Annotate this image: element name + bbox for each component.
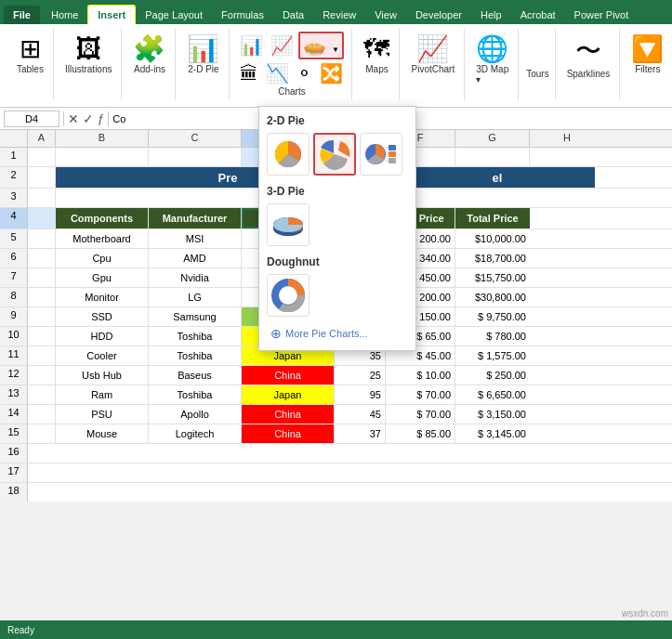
cell-country-china3[interactable]: China xyxy=(242,424,335,443)
cell-manufacturer[interactable]: Baseus xyxy=(149,366,242,385)
cell-totalprice[interactable]: $ 3,145.00 xyxy=(455,424,530,443)
combo-chart-button[interactable]: 🔀 xyxy=(317,61,346,85)
sparklines-button[interactable]: 〜 Sparklines xyxy=(563,32,614,81)
cell-a[interactable] xyxy=(28,327,56,346)
3dmap-button[interactable]: 🌐 3D Map ▾ xyxy=(472,32,512,86)
cell-rest[interactable] xyxy=(28,444,672,463)
cell-country-china[interactable]: China xyxy=(242,366,335,385)
cell-unitprice[interactable]: $ 70.00 xyxy=(386,405,455,424)
cell-manufacturer[interactable]: LG xyxy=(149,288,242,306)
cell-totalprice[interactable]: $30,800.00 xyxy=(455,288,530,306)
cell-a[interactable] xyxy=(28,405,56,424)
cell-component[interactable]: SSD xyxy=(56,307,149,326)
cell-h1[interactable] xyxy=(530,148,604,166)
tab-powerpivot[interactable]: Power Pivot xyxy=(565,6,639,24)
doughnut-option-1[interactable] xyxy=(267,274,310,317)
cell-a1[interactable] xyxy=(28,148,56,166)
more-pie-charts-button[interactable]: ⊕ More Pie Charts... xyxy=(267,324,408,343)
pie-3d-option-1[interactable] xyxy=(267,203,310,246)
maps-button[interactable]: 🗺 Maps xyxy=(360,32,393,76)
cell-reference-input[interactable] xyxy=(4,111,59,127)
col-header-g[interactable]: G xyxy=(455,130,530,147)
cell-a[interactable] xyxy=(28,229,56,248)
pie-2d-option-2[interactable] xyxy=(313,133,356,176)
cell-country-china2[interactable]: China xyxy=(242,405,335,424)
pivotchart-button[interactable]: 📈 PivotChart xyxy=(407,32,458,76)
filters-button[interactable]: 🔽 Filters xyxy=(627,32,667,76)
cell-manufacturer[interactable]: Toshiba xyxy=(149,385,242,404)
cell-a[interactable] xyxy=(28,268,56,287)
cell-totalprice[interactable]: $ 1,575.00 xyxy=(455,346,530,365)
cell-component[interactable]: Gpu xyxy=(56,268,149,287)
cell-component[interactable]: Cpu xyxy=(56,249,149,267)
cell-a4[interactable] xyxy=(28,208,56,228)
cell-component[interactable]: HDD xyxy=(56,327,149,346)
col-header-a[interactable]: A xyxy=(28,130,56,147)
bar-chart-button[interactable]: 📊 xyxy=(237,33,266,58)
cell-a[interactable] xyxy=(28,288,56,306)
dropdown-arrow[interactable]: ▼ xyxy=(332,46,339,54)
tab-review[interactable]: Review xyxy=(313,6,365,24)
cell-unitprice[interactable]: $ 85.00 xyxy=(386,424,455,443)
cell-c1[interactable] xyxy=(149,148,242,166)
cell-totalprice[interactable]: $15,750.00 xyxy=(455,268,530,287)
cell-component[interactable]: Usb Hub xyxy=(56,366,149,385)
tables-button[interactable]: ⊞ Tables xyxy=(13,32,47,76)
cell-unitprice[interactable]: $ 10.00 xyxy=(386,366,455,385)
illustrations-button[interactable]: 🖼 Illustrations xyxy=(61,32,116,76)
cell-a[interactable] xyxy=(28,249,56,267)
cell-a[interactable] xyxy=(28,346,56,365)
cell-manufacturer[interactable]: Toshiba xyxy=(149,346,242,365)
cell-totalprice[interactable]: $ 780.00 xyxy=(455,327,530,346)
cell-component[interactable]: PSU xyxy=(56,405,149,424)
pie-chart-button[interactable]: 🥧 ▼ xyxy=(298,32,343,59)
col-header-h[interactable]: H xyxy=(530,130,604,147)
cell-qty[interactable]: 25 xyxy=(335,366,386,385)
cell-manufacturer[interactable]: Samsung xyxy=(149,307,242,326)
cell-manufacturer[interactable]: Nvidia xyxy=(149,268,242,287)
tab-developer[interactable]: Developer xyxy=(406,6,471,24)
cell-a[interactable] xyxy=(28,366,56,385)
cell-rest[interactable] xyxy=(28,483,672,502)
cell-unitprice[interactable]: $ 70.00 xyxy=(386,385,455,404)
cell-manufacturer[interactable]: MSI xyxy=(149,229,242,248)
tab-file[interactable]: File xyxy=(4,6,40,24)
cell-a[interactable] xyxy=(28,307,56,326)
tab-home[interactable]: Home xyxy=(42,6,87,24)
tab-acrobat[interactable]: Acrobat xyxy=(511,6,565,24)
cell-manufacturer[interactable]: AMD xyxy=(149,249,242,267)
cell-a2[interactable] xyxy=(28,167,56,188)
recommended-charts-button[interactable]: 📊 2-D Pie xyxy=(183,32,223,77)
cell-rest[interactable] xyxy=(28,463,672,482)
tab-insert[interactable]: Insert xyxy=(87,5,136,24)
col-header-b[interactable]: B xyxy=(56,130,149,147)
cell-qty[interactable]: 95 xyxy=(335,385,386,404)
cell-component[interactable]: Ram xyxy=(56,385,149,404)
cell-country-japan3[interactable]: Japan xyxy=(242,385,335,404)
cell-manufacturer[interactable]: Logitech xyxy=(149,424,242,443)
confirm-formula-icon[interactable]: ✓ xyxy=(83,111,94,126)
line-chart-button[interactable]: 📈 xyxy=(268,33,296,58)
cell-totalprice[interactable]: $18,700.00 xyxy=(455,249,530,267)
cell-manufacturer[interactable]: Apollo xyxy=(149,405,242,424)
cell-totalprice[interactable]: $10,000.00 xyxy=(455,229,530,248)
tab-view[interactable]: View xyxy=(365,6,406,24)
cell-qty[interactable]: 45 xyxy=(335,405,386,424)
tab-pagelayout[interactable]: Page Layout xyxy=(136,6,212,24)
cell-totalprice[interactable]: $ 250.00 xyxy=(455,366,530,385)
cell-component-cooler[interactable]: Cooler xyxy=(56,346,149,365)
cell-totalprice[interactable]: $ 9,750.00 xyxy=(455,307,530,326)
addins-button[interactable]: 🧩 Add-ins xyxy=(129,32,169,76)
tab-formulas[interactable]: Formulas xyxy=(212,6,273,24)
cell-totalprice[interactable]: $ 6,650.00 xyxy=(455,385,530,404)
hierarchy-chart-button[interactable]: 🏛 xyxy=(237,62,261,85)
pie-2d-option-3[interactable] xyxy=(360,133,402,176)
tab-data[interactable]: Data xyxy=(273,6,313,24)
cell-component[interactable]: Monitor xyxy=(56,288,149,306)
cell-a3[interactable] xyxy=(28,189,56,207)
cell-b1[interactable] xyxy=(56,148,149,166)
cell-qty[interactable]: 37 xyxy=(335,424,386,443)
cell-totalprice[interactable]: $ 3,150.00 xyxy=(455,405,530,424)
cell-g1[interactable] xyxy=(455,148,530,166)
cell-a[interactable] xyxy=(28,385,56,404)
